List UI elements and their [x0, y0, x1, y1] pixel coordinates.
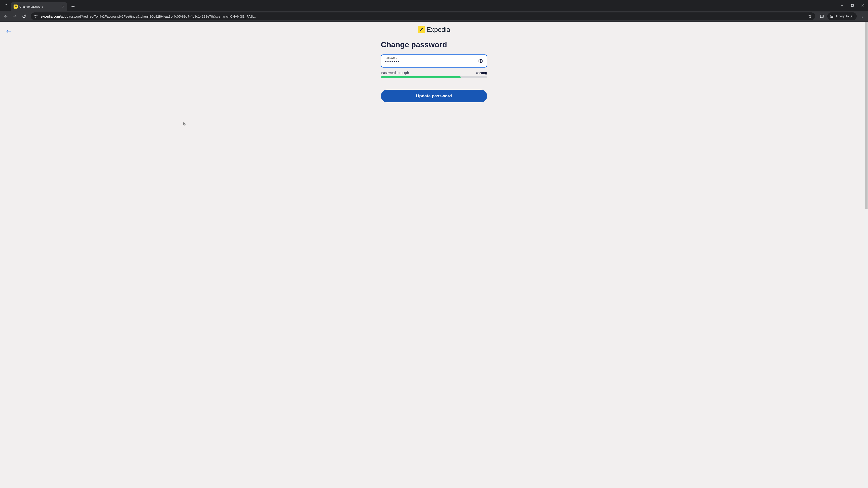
- address-bar[interactable]: expedia.com/addpassword?redirectTo=%2Fac…: [31, 12, 815, 20]
- brand-wordmark: Expedia: [427, 26, 450, 33]
- vertical-scrollbar[interactable]: [864, 22, 868, 488]
- browser-tab[interactable]: Change password: [11, 2, 67, 11]
- side-panel-button[interactable]: [818, 12, 826, 20]
- password-strength-value: Strong: [476, 71, 487, 74]
- new-tab-button[interactable]: [70, 3, 76, 10]
- search-tabs-button[interactable]: [2, 1, 9, 8]
- mouse-cursor: [182, 122, 187, 128]
- arrow-right-icon: [13, 14, 17, 18]
- change-password-form: Change password Password Password streng…: [381, 40, 487, 102]
- brand-header: Expedia: [0, 22, 868, 33]
- eye-icon: [478, 58, 484, 64]
- tune-icon: [34, 14, 38, 18]
- arrow-left-icon: [6, 28, 11, 34]
- site-controls-button[interactable]: [33, 14, 38, 19]
- password-field-wrapper[interactable]: Password: [381, 55, 487, 68]
- svg-point-8: [862, 16, 863, 17]
- incognito-label: Incognito (2): [836, 14, 854, 18]
- star-icon: [808, 14, 812, 19]
- svg-point-10: [480, 60, 482, 62]
- incognito-indicator[interactable]: Incognito (2): [827, 12, 857, 20]
- svg-point-2: [35, 17, 36, 18]
- expedia-logo-mark: [418, 26, 425, 33]
- password-strength-row: Password strength Strong: [381, 71, 487, 74]
- pointer-cursor-icon: [182, 122, 187, 128]
- arrow-left-icon: [4, 14, 8, 18]
- window-minimize-button[interactable]: [837, 0, 847, 11]
- page-viewport: Expedia Change password Password Passwor…: [0, 22, 868, 488]
- window-maximize-button[interactable]: [847, 0, 858, 11]
- reload-button[interactable]: [20, 12, 28, 20]
- reload-icon: [22, 14, 26, 18]
- password-input[interactable]: [384, 59, 475, 64]
- panel-icon: [820, 14, 824, 18]
- kebab-icon: [860, 14, 864, 18]
- close-icon: [862, 4, 864, 7]
- svg-point-5: [831, 17, 832, 18]
- svg-rect-3: [820, 15, 824, 18]
- svg-point-9: [862, 17, 863, 18]
- password-strength-fill: [381, 76, 461, 78]
- password-field-label: Password: [384, 56, 475, 59]
- page-title: Change password: [381, 40, 487, 49]
- window-close-button[interactable]: [858, 0, 868, 11]
- scrollbar-thumb[interactable]: [865, 22, 868, 209]
- tab-close-button[interactable]: [61, 4, 65, 8]
- expedia-logo[interactable]: Expedia: [418, 26, 450, 33]
- browser-menu-button[interactable]: [858, 12, 866, 20]
- browser-tab-strip: Change password: [0, 0, 868, 11]
- page-back-button[interactable]: [4, 27, 13, 35]
- expedia-favicon: [13, 4, 18, 8]
- nav-forward-button[interactable]: [11, 12, 19, 20]
- password-strength-bar: [381, 76, 487, 78]
- svg-rect-0: [851, 4, 854, 6]
- svg-point-1: [36, 15, 37, 16]
- update-password-button[interactable]: Update password: [381, 90, 487, 102]
- svg-point-7: [862, 15, 863, 15]
- close-icon: [62, 5, 64, 8]
- maximize-icon: [851, 4, 854, 7]
- browser-toolbar: expedia.com/addpassword?redirectTo=%2Fac…: [0, 11, 868, 22]
- url-text: expedia.com/addpassword?redirectTo=%2Fac…: [41, 14, 805, 18]
- window-controls: [837, 0, 868, 11]
- password-strength-label: Password strength: [381, 71, 409, 74]
- nav-back-button[interactable]: [2, 12, 10, 20]
- incognito-icon: [830, 14, 834, 19]
- bookmark-button[interactable]: [807, 14, 812, 19]
- chevron-down-icon: [4, 3, 8, 7]
- svg-point-6: [832, 17, 833, 18]
- plus-icon: [71, 5, 74, 8]
- toggle-password-visibility-button[interactable]: [477, 58, 484, 64]
- minimize-icon: [841, 4, 843, 7]
- tab-title: Change password: [20, 5, 59, 8]
